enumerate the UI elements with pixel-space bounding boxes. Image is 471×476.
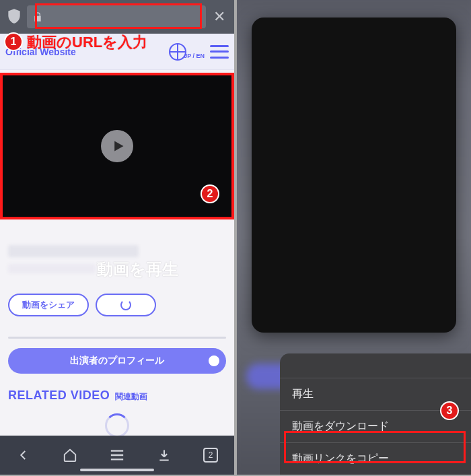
tab-count: 2 <box>203 448 218 463</box>
lock-icon <box>32 11 43 22</box>
step-caption-2: 動画を再生 <box>97 259 178 280</box>
step-badge-1: 1 <box>4 32 23 51</box>
right-screenshot: 再生 動画をダウンロード 動画リンクをコピー 3 <box>237 0 471 475</box>
home-indicator <box>80 469 154 471</box>
share-button[interactable]: 動画をシェア <box>8 294 89 316</box>
menu-item-copy-link-label: 動画リンクをコピー <box>292 452 389 466</box>
browser-address-bar: ✕ <box>0 0 234 34</box>
step-badge-2: 2 <box>201 184 219 203</box>
step-caption-1: 動画のURLを入力 <box>27 32 147 53</box>
video-player[interactable]: 動画を再生 <box>0 73 234 219</box>
tabs-button[interactable]: 2 <box>197 442 224 469</box>
lang-toggle[interactable]: JP / EN <box>184 53 205 59</box>
url-input[interactable] <box>27 5 206 28</box>
loading-spinner-icon <box>105 413 129 438</box>
menu-icon[interactable] <box>210 45 229 59</box>
video-meta-placeholder <box>8 264 96 273</box>
expand-dot-icon <box>209 355 219 366</box>
related-heading-jp: 関連動画 <box>115 391 147 403</box>
cast-profile-label: 出演者のプロフィール <box>70 355 164 367</box>
divider <box>8 337 226 339</box>
related-heading-en: RELATED VIDEO <box>8 388 110 403</box>
cast-profile-button[interactable]: 出演者のプロフィール <box>8 348 226 374</box>
menu-header <box>280 358 471 378</box>
globe-icon[interactable] <box>169 43 186 61</box>
shield-icon <box>5 7 23 26</box>
download-icon[interactable] <box>151 442 178 469</box>
reload-button[interactable] <box>96 294 156 316</box>
step-badge-3: 3 <box>440 401 459 420</box>
back-icon[interactable] <box>10 442 37 469</box>
left-screenshot: ✕ 1 動画のURLを入力 Official Website JP / EN 動… <box>0 0 234 475</box>
play-icon[interactable] <box>101 130 133 162</box>
menu-item-download-label: 動画をダウンロード <box>292 419 389 434</box>
video-preview-card[interactable] <box>252 18 456 333</box>
reload-icon <box>120 300 131 310</box>
menu-lines-icon[interactable] <box>104 442 131 469</box>
close-icon[interactable]: ✕ <box>210 7 229 26</box>
video-title-placeholder <box>8 245 139 257</box>
home-icon[interactable] <box>57 442 83 469</box>
chevron-down-icon <box>292 362 301 371</box>
menu-item-play-label: 再生 <box>292 387 314 401</box>
menu-item-copy-link[interactable]: 動画リンクをコピー <box>280 442 471 475</box>
